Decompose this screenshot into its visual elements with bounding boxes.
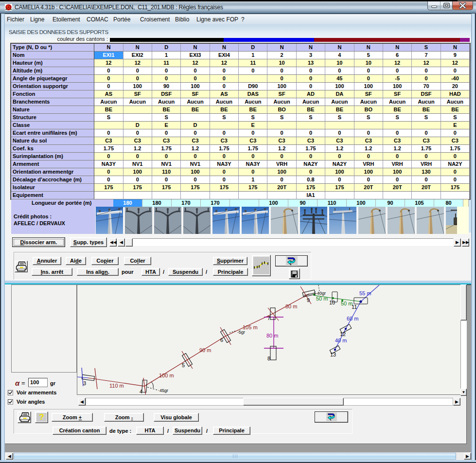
svg-text:45gr: 45gr [159, 388, 168, 393]
svg-text:80 m: 80 m [285, 303, 297, 309]
svg-text:40 m: 40 m [335, 338, 347, 343]
svg-text:10: 10 [329, 300, 335, 305]
svg-text:4: 4 [140, 389, 142, 394]
svg-text:90 m: 90 m [199, 347, 211, 353]
svg-text:7: 7 [267, 315, 270, 321]
svg-text:9: 9 [307, 297, 310, 303]
svg-text:(-40gr: (-40gr [314, 291, 326, 296]
svg-text:6: 6 [220, 337, 223, 343]
svg-text:50 m: 50 m [341, 301, 353, 306]
svg-text:12: 12 [340, 331, 346, 337]
svg-text:110 m: 110 m [109, 383, 124, 389]
svg-text:60 m: 60 m [347, 316, 358, 321]
svg-text:3: 3 [83, 380, 86, 386]
svg-text:5: 5 [182, 362, 185, 368]
svg-text:50 m: 50 m [316, 296, 328, 302]
svg-text:13: 13 [330, 352, 336, 357]
svg-text:-5gr: -5gr [237, 330, 245, 335]
svg-text:8: 8 [267, 356, 270, 361]
svg-text:55 m: 55 m [359, 290, 371, 296]
svg-text:11: 11 [352, 304, 357, 310]
svg-text:80 m: 80 m [266, 333, 278, 338]
svg-text:100 m: 100 m [159, 373, 174, 378]
